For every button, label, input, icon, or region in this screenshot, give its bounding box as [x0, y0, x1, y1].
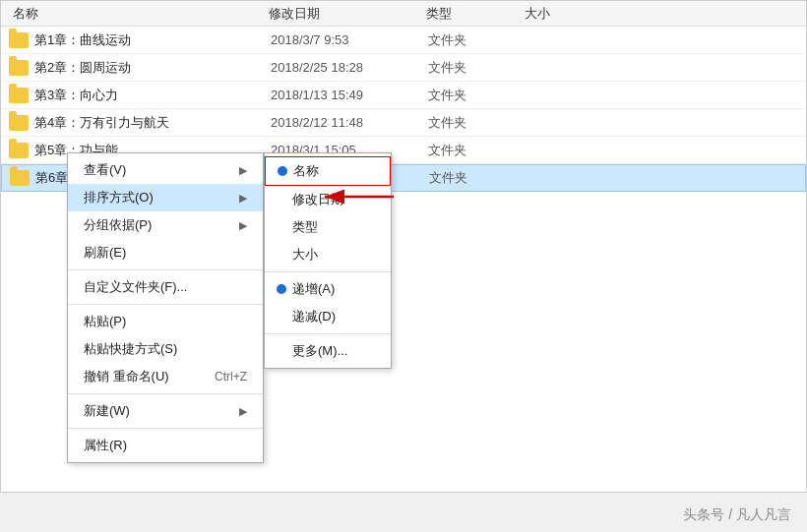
submenu-item-label: 修改日期	[292, 191, 343, 208]
menu-item-label: 新建(W)	[84, 402, 130, 420]
radio-empty-icon	[277, 346, 286, 356]
header-name[interactable]: 名称	[9, 5, 265, 23]
context-menu-item[interactable]: 粘贴(P)	[68, 308, 263, 335]
file-type: 文件夹	[428, 31, 527, 49]
menu-item-shortcut: Ctrl+Z	[215, 370, 247, 384]
submenu-arrow-icon: ▶	[239, 192, 247, 205]
submenu-item-label: 递增(A)	[292, 280, 335, 298]
menu-separator	[68, 304, 263, 305]
header-type[interactable]: 类型	[422, 5, 521, 23]
menu-separator	[68, 428, 263, 429]
submenu-item[interactable]: 递增(A)	[265, 275, 391, 303]
menu-item-label: 分组依据(P)	[84, 216, 152, 234]
menu-item-label: 自定义文件夹(F)...	[84, 278, 187, 296]
context-menu-item[interactable]: 撤销 重命名(U)Ctrl+Z	[68, 363, 263, 390]
context-menu: 查看(V)▶排序方式(O)▶分组依据(P)▶刷新(E)自定义文件夹(F)...粘…	[67, 152, 264, 463]
file-name: 第3章：向心力	[34, 87, 271, 104]
folder-icon	[9, 60, 29, 76]
context-menu-item[interactable]: 分组依据(P)▶	[68, 211, 263, 239]
folder-icon	[9, 88, 29, 103]
submenu-separator	[265, 333, 391, 334]
file-name: 第2章：圆周运动	[34, 59, 271, 77]
file-type: 文件夹	[428, 142, 527, 159]
menu-item-label: 属性(R)	[84, 437, 127, 454]
context-menu-item[interactable]: 属性(R)	[68, 432, 263, 459]
context-menu-item[interactable]: 新建(W)▶	[68, 397, 263, 425]
header-size[interactable]: 大小	[521, 5, 599, 23]
radio-empty-icon	[277, 250, 286, 260]
sort-submenu: 名称修改日期类型大小递增(A)递减(D)更多(M)...	[264, 152, 392, 369]
menu-item-label: 刷新(E)	[84, 244, 126, 262]
menu-separator	[68, 269, 263, 270]
context-menu-item[interactable]: 查看(V)▶	[68, 156, 263, 184]
file-date: 2018/2/12 11:48	[271, 115, 428, 130]
file-type: 文件夹	[428, 114, 527, 132]
submenu-item[interactable]: 大小	[265, 241, 391, 268]
submenu-item[interactable]: 名称	[265, 156, 391, 186]
watermark: 头条号 / 凡人凡言	[683, 506, 791, 524]
folder-icon	[10, 170, 30, 186]
header-date[interactable]: 修改日期	[265, 5, 422, 23]
context-menu-item[interactable]: 排序方式(O)▶	[68, 184, 263, 211]
submenu-item-label: 类型	[292, 218, 318, 236]
submenu-item-label: 名称	[293, 162, 319, 180]
file-row[interactable]: 第3章：向心力 2018/1/13 15:49 文件夹	[1, 82, 806, 109]
file-date: 2018/1/13 15:49	[271, 88, 428, 102]
menu-item-label: 查看(V)	[84, 161, 126, 179]
file-name: 第1章：曲线运动	[34, 31, 271, 49]
radio-selected-icon	[277, 284, 286, 294]
file-type: 文件夹	[428, 59, 527, 77]
radio-empty-icon	[277, 312, 286, 322]
context-menu-item[interactable]: 自定义文件夹(F)...	[68, 273, 263, 301]
submenu-arrow-icon: ▶	[239, 219, 247, 232]
submenu-item-label: 更多(M)...	[292, 342, 347, 360]
folder-icon	[9, 115, 29, 131]
column-header: 名称 修改日期 类型 大小	[1, 1, 806, 27]
file-type: 文件夹	[428, 87, 527, 104]
file-name: 第4章：万有引力与航天	[34, 114, 271, 132]
radio-selected-icon	[278, 166, 287, 176]
file-type: 文件夹	[429, 169, 528, 187]
file-row[interactable]: 第2章：圆周运动 2018/2/25 18:28 文件夹	[1, 54, 806, 82]
radio-empty-icon	[277, 222, 286, 232]
radio-empty-icon	[277, 195, 286, 205]
submenu-separator	[265, 271, 391, 272]
menu-item-label: 粘贴(P)	[84, 313, 126, 330]
file-date: 2018/3/7 9:53	[271, 32, 428, 47]
folder-icon	[9, 32, 29, 48]
file-row[interactable]: 第4章：万有引力与航天 2018/2/12 11:48 文件夹	[1, 109, 806, 137]
context-menu-item[interactable]: 粘贴快捷方式(S)	[68, 335, 263, 363]
menu-item-label: 粘贴快捷方式(S)	[84, 340, 177, 358]
folder-icon	[9, 143, 29, 158]
submenu-item[interactable]: 递减(D)	[265, 303, 391, 330]
submenu-arrow-icon: ▶	[239, 164, 247, 177]
submenu-item-label: 大小	[292, 246, 318, 264]
submenu-item[interactable]: 类型	[265, 213, 391, 241]
submenu-item[interactable]: 修改日期	[265, 186, 391, 213]
submenu-item[interactable]: 更多(M)...	[265, 337, 391, 365]
menu-item-label: 撤销 重命名(U)	[84, 368, 169, 385]
menu-item-label: 排序方式(O)	[84, 189, 154, 207]
menu-separator	[68, 393, 263, 394]
context-menu-item[interactable]: 刷新(E)	[68, 239, 263, 266]
submenu-arrow-icon: ▶	[239, 405, 247, 418]
file-date: 2018/2/25 18:28	[271, 60, 428, 75]
submenu-item-label: 递减(D)	[292, 308, 336, 325]
file-row[interactable]: 第1章：曲线运动 2018/3/7 9:53 文件夹	[1, 27, 806, 54]
